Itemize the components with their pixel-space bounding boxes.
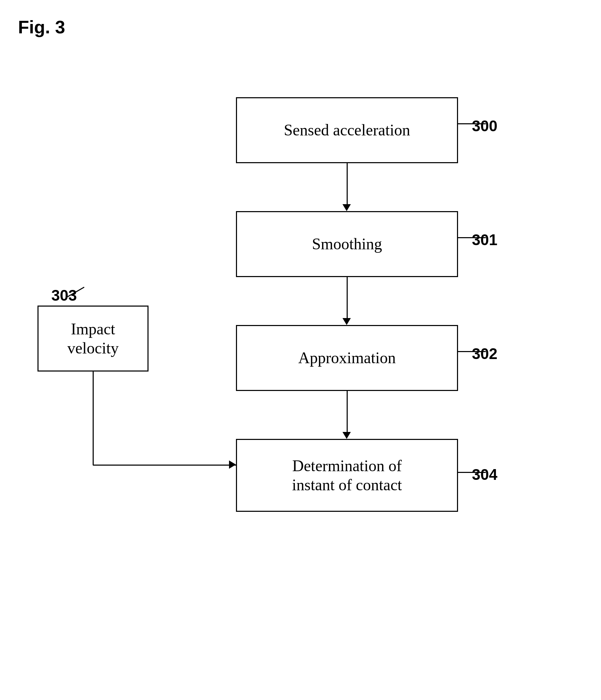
- ref-300-label: 300: [472, 117, 497, 135]
- sensed-acceleration-box: Sensed acceleration: [236, 97, 458, 163]
- impact-vel-line-v: [93, 372, 94, 465]
- approximation-label: Approximation: [298, 348, 396, 367]
- impact-vel-arrowhead: [229, 460, 236, 469]
- arrowhead-2-to-3: [342, 318, 351, 325]
- ref-301-label: 301: [472, 231, 497, 249]
- ref-303-label: 303: [51, 287, 77, 304]
- diagram: Sensed acceleration 300 Smoothing 301 Ap…: [0, 56, 601, 681]
- determination-label: Determination of instant of contact: [292, 456, 402, 494]
- figure-label: Fig. 3: [18, 17, 65, 38]
- arrowhead-3-to-5: [342, 432, 351, 439]
- arrowhead-1-to-2: [342, 204, 351, 211]
- smoothing-box: Smoothing: [236, 211, 458, 277]
- impact-vel-line-h: [93, 465, 236, 466]
- ref-302-label: 302: [472, 345, 497, 362]
- determination-box: Determination of instant of contact: [236, 439, 458, 512]
- ref-304-label: 304: [472, 466, 497, 483]
- approximation-box: Approximation: [236, 325, 458, 391]
- sensed-acceleration-label: Sensed acceleration: [284, 120, 410, 140]
- arrow-2-to-3: [347, 277, 348, 319]
- smoothing-label: Smoothing: [312, 234, 382, 253]
- arrow-3-to-5: [347, 391, 348, 433]
- impact-velocity-box: Impact velocity: [37, 306, 149, 372]
- arrow-1-to-2: [347, 163, 348, 205]
- impact-velocity-label: Impact velocity: [67, 319, 119, 358]
